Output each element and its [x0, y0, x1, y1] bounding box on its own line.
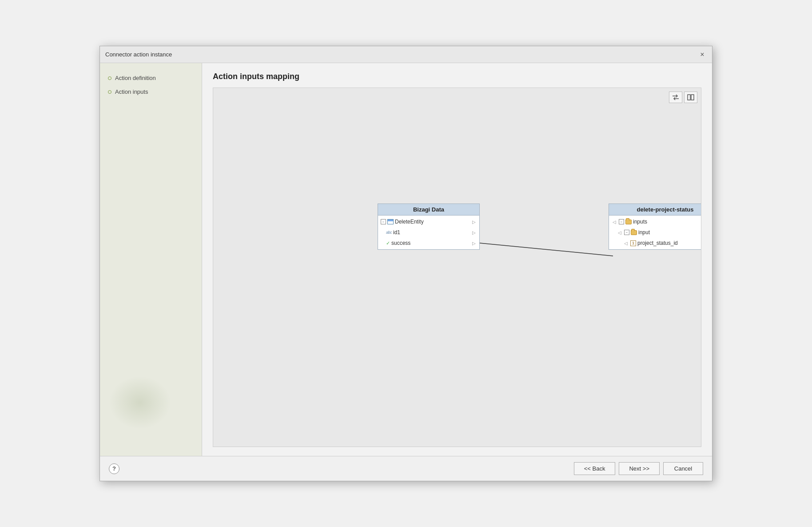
- delete-entity-label: DeleteEntity: [395, 219, 470, 225]
- project-status-id-row: ◁ 1 project_status_id: [609, 238, 701, 248]
- arrow-delete: ▷: [471, 219, 477, 224]
- next-button[interactable]: Next >>: [619, 462, 660, 475]
- arrow-psi-left: ◁: [623, 240, 629, 246]
- bizagi-node-rows: − DeleteEntity ▷ abc id1 ▷: [378, 216, 479, 249]
- page-title: Action inputs mapping: [213, 72, 701, 81]
- toolbar-icons: [669, 92, 697, 103]
- sidebar-item-action-definition[interactable]: Action definition: [104, 72, 197, 84]
- inputs-label: inputs: [633, 219, 701, 225]
- svg-rect-3: [691, 95, 694, 100]
- delete-entity-row: − DeleteEntity ▷: [378, 216, 479, 227]
- sidebar-item-action-inputs[interactable]: Action inputs: [104, 86, 197, 98]
- table-icon-delete: [387, 219, 394, 224]
- dialog-footer: ? << Back Next >> Cancel: [100, 456, 712, 481]
- connector-node: delete-project-status ◁ − inputs: [609, 204, 701, 250]
- expand-icon-delete: −: [381, 219, 386, 224]
- dialog-body: Action definition Action inputs Action i…: [100, 63, 712, 456]
- sidebar-dot-2: [108, 90, 111, 94]
- success-row: ✓ success ▷: [378, 238, 479, 248]
- arrow-input-left: ◁: [617, 230, 622, 235]
- layout-toolbar-icon: [687, 94, 695, 101]
- sidebar-dot-1: [108, 76, 111, 80]
- dialog-title: Connector action instance: [105, 51, 172, 58]
- folder-icon-input: [631, 230, 637, 235]
- arrow-inputs-left: ◁: [612, 219, 617, 224]
- footer-right: << Back Next >> Cancel: [574, 462, 703, 475]
- bizagi-node-title: Bizagi Data: [378, 204, 479, 216]
- close-button[interactable]: ×: [698, 50, 707, 59]
- sidebar: Action definition Action inputs: [100, 63, 202, 456]
- connector-node-rows: ◁ − inputs ◁ − input: [609, 216, 701, 249]
- bizagi-data-node: Bizagi Data − DeleteEntity ▷ ab: [378, 204, 480, 250]
- footer-left: ?: [109, 463, 119, 474]
- inputs-row: ◁ − inputs: [609, 216, 701, 227]
- expand-icon-input: −: [624, 230, 629, 235]
- check-icon-success: ✓: [386, 240, 390, 246]
- sidebar-label-action-definition: Action definition: [115, 75, 156, 81]
- num-icon-psi: 1: [630, 240, 636, 246]
- help-button[interactable]: ?: [109, 463, 119, 474]
- folder-icon-inputs: [625, 220, 632, 224]
- connector-action-dialog: Connector action instance × Action defin…: [100, 46, 712, 481]
- svg-line-4: [480, 243, 613, 256]
- input-label: input: [638, 229, 701, 236]
- connector-node-title: delete-project-status: [609, 204, 701, 216]
- arrow-id1: ▷: [471, 230, 477, 235]
- back-button[interactable]: << Back: [574, 462, 616, 475]
- layout-toolbar-button[interactable]: [684, 92, 697, 103]
- id1-row: abc id1 ▷: [378, 227, 479, 238]
- input-row: ◁ − input: [609, 227, 701, 238]
- project-status-id-label: project_status_id: [637, 240, 701, 246]
- mapping-toolbar-button[interactable]: [669, 92, 682, 103]
- dialog-titlebar: Connector action instance ×: [100, 46, 712, 63]
- expand-icon-inputs: −: [619, 219, 624, 224]
- cancel-button[interactable]: Cancel: [663, 462, 703, 475]
- abc-icon-id1: abc: [386, 230, 392, 235]
- canvas: Bizagi Data − DeleteEntity ▷ ab: [213, 88, 701, 447]
- sidebar-label-action-inputs: Action inputs: [115, 88, 148, 95]
- mapping-toolbar-icon: [672, 94, 680, 101]
- main-content: Action inputs mapping: [202, 63, 712, 456]
- arrow-success: ▷: [471, 240, 477, 246]
- svg-rect-2: [688, 95, 690, 100]
- success-label: success: [391, 240, 470, 246]
- mapping-area: Bizagi Data − DeleteEntity ▷ ab: [213, 88, 701, 447]
- connector-svg: [213, 88, 701, 447]
- id1-label: id1: [393, 229, 470, 236]
